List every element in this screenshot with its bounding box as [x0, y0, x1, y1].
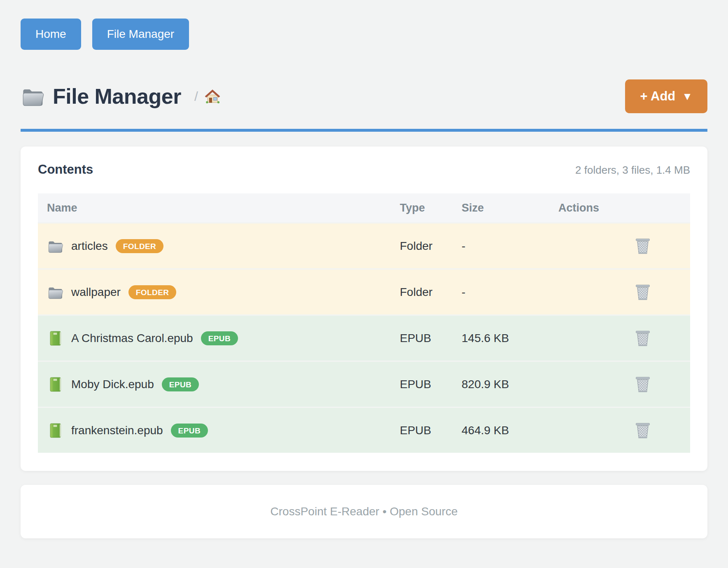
type-cell: Folder [400, 286, 462, 299]
type-badge: EPUB [171, 424, 208, 438]
table-row: A Christmas Carol.epub EPUB EPUB 145.6 K… [38, 314, 690, 361]
trash-icon [634, 329, 651, 348]
type-cell: Folder [400, 240, 462, 253]
file-link[interactable]: Moby Dick.epub [71, 378, 154, 391]
column-header-name: Name [38, 202, 400, 214]
delete-button[interactable] [631, 419, 655, 442]
table-row: Moby Dick.epub EPUB EPUB 820.9 KB [38, 361, 690, 407]
add-button[interactable]: + Add ▼ [625, 79, 707, 113]
type-cell: EPUB [400, 378, 462, 391]
trash-icon [634, 375, 651, 394]
type-cell: EPUB [400, 332, 462, 345]
column-header-size: Size [462, 202, 558, 214]
breadcrumb-separator: / [194, 89, 198, 104]
file-link[interactable]: frankenstein.epub [71, 424, 163, 437]
trash-icon [634, 421, 651, 440]
folder-icon [47, 238, 63, 254]
page: Home File Manager File Manager / + Add ▼… [0, 0, 728, 538]
size-cell: 145.6 KB [462, 332, 558, 345]
trash-icon [634, 283, 651, 302]
delete-button[interactable] [631, 372, 655, 396]
type-badge: FOLDER [116, 239, 164, 253]
table-header: Name Type Size Actions [38, 193, 690, 222]
trash-icon [634, 237, 651, 256]
folder-icon [21, 84, 44, 108]
column-header-actions: Actions [558, 202, 690, 214]
footer-text: CrossPoint E-Reader • Open Source [271, 505, 458, 518]
table-row: articles FOLDER Folder - [38, 222, 690, 268]
type-badge: EPUB [162, 377, 199, 391]
page-header: File Manager / + Add ▼ [21, 79, 707, 113]
contents-card: Contents 2 folders, 3 files, 1.4 MB Name… [21, 147, 707, 471]
header-divider [21, 129, 707, 132]
delete-button[interactable] [631, 280, 655, 304]
top-nav: Home File Manager [21, 19, 707, 50]
nav-home-button[interactable]: Home [21, 19, 81, 50]
add-button-label: + Add [640, 89, 675, 104]
book-icon [47, 376, 63, 393]
type-badge: EPUB [201, 331, 238, 345]
type-badge: FOLDER [128, 285, 177, 299]
table-row: frankenstein.epub EPUB EPUB 464.9 KB [38, 407, 690, 453]
folder-link[interactable]: wallpaper [71, 286, 121, 299]
nav-file-manager-button[interactable]: File Manager [92, 19, 189, 50]
column-header-type: Type [400, 202, 462, 214]
size-cell: - [462, 240, 558, 253]
caret-down-icon: ▼ [682, 90, 693, 103]
book-icon [47, 422, 63, 439]
folder-link[interactable]: articles [71, 240, 108, 253]
folder-icon [47, 284, 63, 300]
contents-title: Contents [38, 162, 93, 177]
book-icon [47, 330, 63, 347]
delete-button[interactable] [631, 326, 655, 350]
file-link[interactable]: A Christmas Carol.epub [71, 332, 193, 345]
size-cell: - [462, 286, 558, 299]
file-table: Name Type Size Actions articles FOLDER F… [38, 193, 690, 453]
table-row: wallpaper FOLDER Folder - [38, 268, 690, 314]
page-title: File Manager [53, 84, 181, 109]
type-cell: EPUB [400, 424, 462, 437]
contents-summary: 2 folders, 3 files, 1.4 MB [575, 164, 690, 177]
footer-card: CrossPoint E-Reader • Open Source [21, 485, 707, 538]
delete-button[interactable] [631, 234, 655, 258]
home-icon[interactable] [204, 88, 221, 105]
size-cell: 820.9 KB [462, 378, 558, 391]
size-cell: 464.9 KB [462, 424, 558, 437]
